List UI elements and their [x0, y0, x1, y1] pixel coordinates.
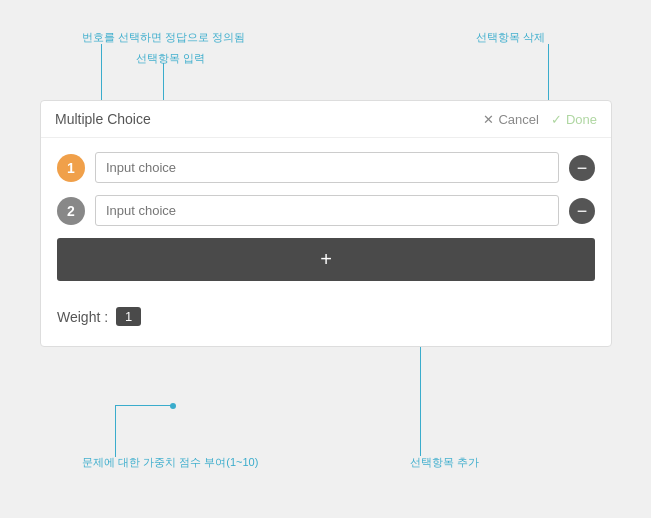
annotation-top-left-1: 번호를 선택하면 정답으로 정의됨	[82, 30, 245, 45]
done-button[interactable]: ✓ Done	[551, 112, 597, 127]
multiple-choice-card: Multiple Choice ✕ Cancel ✓ Done 1 − 2 − …	[40, 100, 612, 347]
card-title: Multiple Choice	[55, 111, 151, 127]
annotation-bottom-right: 선택항목 추가	[410, 455, 479, 470]
remove-choice-1-button[interactable]: −	[569, 155, 595, 181]
choice-number-1[interactable]: 1	[57, 154, 85, 182]
done-check-icon: ✓	[551, 112, 562, 127]
choice-number-2[interactable]: 2	[57, 197, 85, 225]
weight-row: Weight : 1	[41, 291, 611, 326]
choice-input-1[interactable]	[95, 152, 559, 183]
weight-label: Weight :	[57, 309, 108, 325]
annotation-top-right: 선택항목 삭제	[476, 30, 545, 45]
annotation-top-left-2: 선택항목 입력	[136, 51, 205, 66]
header-actions: ✕ Cancel ✓ Done	[483, 112, 597, 127]
card-header: Multiple Choice ✕ Cancel ✓ Done	[41, 101, 611, 138]
card-body: 1 − 2 − +	[41, 138, 611, 291]
cancel-label: Cancel	[498, 112, 538, 127]
add-choice-button[interactable]: +	[57, 238, 595, 281]
dot-weight	[170, 403, 176, 409]
cancel-button[interactable]: ✕ Cancel	[483, 112, 538, 127]
choice-input-2[interactable]	[95, 195, 559, 226]
choice-row-1: 1 −	[57, 152, 595, 183]
cancel-x-icon: ✕	[483, 112, 494, 127]
annotation-bottom-left: 문제에 대한 가중치 점수 부여(1~10)	[82, 455, 258, 470]
choice-row-2: 2 −	[57, 195, 595, 226]
weight-value: 1	[116, 307, 141, 326]
done-label: Done	[566, 112, 597, 127]
remove-choice-2-button[interactable]: −	[569, 198, 595, 224]
